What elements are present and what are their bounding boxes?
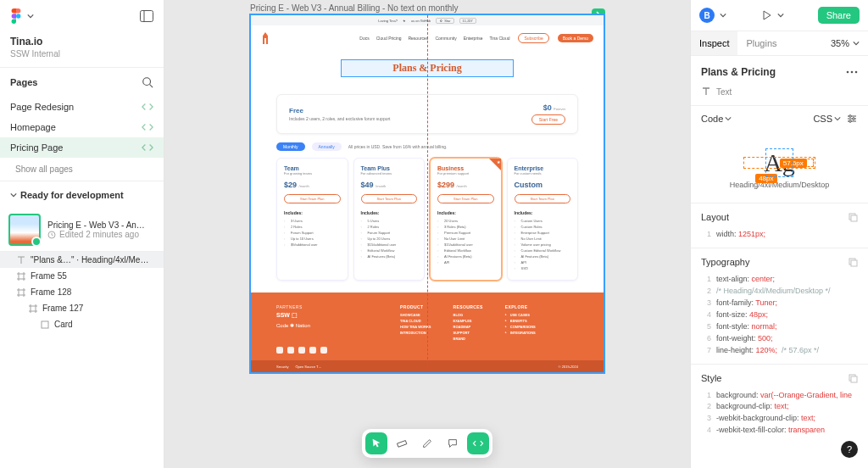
svg-rect-19 [851,376,857,382]
file-header [0,0,164,32]
selected-text-node[interactable]: Plans & Pricing [341,59,513,77]
plan-card: BusinessFor premium support$299 /monthSt… [430,158,502,281]
search-icon[interactable] [142,76,153,88]
ready-card[interactable]: Pricing E - Web V3 - Annual … Edited 2 m… [0,209,164,251]
chevron-down-icon[interactable] [720,12,726,19]
start-free-button: Start Free [531,114,565,125]
ready-dot-icon [31,237,42,247]
plan-card: TeamFor growing teams$29 /monthStart Tea… [276,158,348,281]
chevron-down-icon [725,115,732,122]
free-desc: Includes 2 users, 2 roles, and exclusive… [289,116,391,121]
layers-panel: "Plans &…" · Heading/4xl/Me…Frame 55Fram… [0,251,164,468]
figma-logo [10,8,22,24]
demo-button: Book a Demo [558,34,593,42]
design-frame[interactable]: Loving Tina?★us on GitHub ⭘Star 11,207 D… [250,14,604,373]
site-nav: DocsCloud PricingResourcesCommunityEnter… [251,25,604,51]
ruler-tool[interactable] [391,432,413,454]
share-button[interactable]: Share [818,7,860,24]
file-subtitle: SSW Internal [0,49,164,67]
svg-point-8 [847,71,849,74]
play-icon[interactable] [760,9,772,21]
page-item[interactable]: Homepage [0,117,164,137]
settings-icon[interactable] [846,113,858,125]
layer-row[interactable]: Frame 128 [0,284,164,300]
panel-toggle-icon[interactable] [140,10,153,22]
dev-ready-icon [142,123,153,131]
subscribe-button: Subscribe [518,33,548,43]
lang-dropdown[interactable]: CSS [813,114,841,124]
chevron-down-icon[interactable] [27,13,34,20]
right-panel: B Share Inspect Plugins 35% Plans & Pric… [690,0,868,468]
billing-toggle: Monthly Annually All prices in USD. Save… [251,139,604,158]
more-icon[interactable] [846,70,858,74]
zoom-control[interactable]: 35% [822,31,868,55]
svg-line-4 [150,85,153,88]
toggle-annually: Annually [312,142,342,151]
file-title: Tina.io [0,32,164,49]
frame-icon [29,304,37,313]
text-icon [701,86,711,97]
svg-rect-15 [851,215,857,221]
svg-point-9 [851,71,854,74]
cursor-tool[interactable] [365,432,387,454]
svg-point-0 [16,14,20,18]
hero: Plans & Pricing [251,51,604,89]
layer-row[interactable]: Frame 55 [0,268,164,284]
plans-row: TeamFor growing teams$29 /monthStart Tea… [251,158,604,292]
inspect-tabs: Inspect Plugins 35% [691,31,868,56]
code-type-dropdown[interactable]: Code [701,114,732,124]
dev-ready-icon [142,103,153,111]
copy-icon[interactable] [848,257,858,267]
svg-point-13 [849,120,852,123]
show-all-pages[interactable]: Show all pages [0,158,164,181]
frame-name-label[interactable]: Pricing E - Web V3 - Annual Billing - No… [250,0,604,14]
layer-row[interactable]: Card [0,316,164,332]
component-icon [41,320,49,329]
text-style-preview: Ag 48px 57.6px Heading/4xl/Medium/Deskto… [701,136,858,198]
style-block: Style 1background: var(--Orange-Gradient… [691,364,868,444]
free-plan-card: Free Includes 2 users, 2 roles, and excl… [276,94,578,134]
chevron-down-icon[interactable] [777,12,784,19]
social-icons [276,347,578,354]
tab-inspect[interactable]: Inspect [691,31,737,55]
measure-left: 48px [755,174,776,183]
comment-tool[interactable] [442,432,464,454]
svg-rect-1 [141,11,153,22]
avatar[interactable]: B [699,8,715,23]
plan-card: EnterpriseFor custom needsCustom Start T… [507,158,579,281]
canvas[interactable]: Pricing E - Web V3 - Annual Billing - No… [164,0,690,468]
layout-block: Layout 1width: 1251px; [691,203,868,248]
ready-card-title: Pricing E - Web V3 - Annual … [47,220,149,230]
chevron-down-icon [834,115,841,122]
dev-mode-tool[interactable] [467,432,489,454]
left-panel: Tina.io SSW Internal Pages Page Redesign… [0,0,164,468]
layer-row[interactable]: Frame 127 [0,300,164,316]
chevron-down-icon [10,192,17,198]
node-type: Text [691,83,868,105]
page-item[interactable]: Page Redesign [0,97,164,117]
copy-icon[interactable] [848,212,858,222]
site-footer: PARTNERS SSW ⬚ Code ✱ Nation PRODUCTSHOW… [251,292,604,372]
copy-icon[interactable] [848,373,858,383]
toggle-monthly: Monthly [276,142,305,151]
ready-heading[interactable]: Ready for development [0,181,164,209]
pages-heading: Pages [0,68,164,97]
frame-icon [17,272,25,281]
chevron-down-icon [853,40,860,47]
page-item[interactable]: Pricing Page [0,137,164,158]
announce-bar: Loving Tina?★us on GitHub ⭘Star 11,207 [251,15,604,25]
help-button[interactable]: ? [841,441,858,458]
svg-point-3 [143,78,151,86]
plan-card: Team PlusFor advanced teams$49 /monthSta… [353,158,426,281]
annotate-tool[interactable] [416,432,438,454]
frame-icon [17,288,25,297]
dev-ready-icon [142,143,153,152]
tab-plugins[interactable]: Plugins [737,31,785,55]
layer-row[interactable]: "Plans &…" · Heading/4xl/Me… [0,252,164,268]
llama-logo [261,32,270,44]
svg-rect-6 [42,321,48,328]
right-top-bar: B Share [691,0,868,31]
svg-point-10 [855,71,858,74]
svg-point-12 [853,118,855,120]
free-title: Free [289,107,391,114]
